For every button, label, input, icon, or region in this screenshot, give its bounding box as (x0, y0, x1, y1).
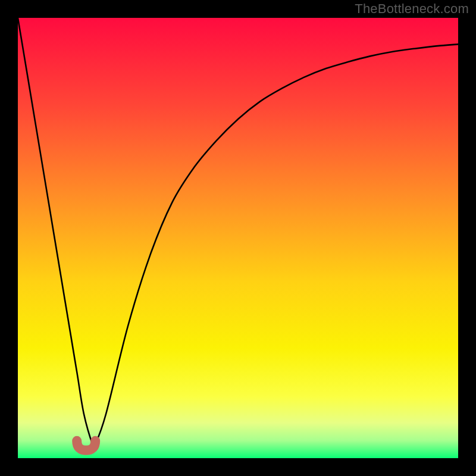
plot-area (18, 18, 458, 458)
watermark-label: TheBottleneck.com (355, 1, 469, 17)
gradient-background (18, 18, 458, 458)
plot-svg (18, 18, 458, 458)
chart-frame: TheBottleneck.com (0, 0, 476, 476)
